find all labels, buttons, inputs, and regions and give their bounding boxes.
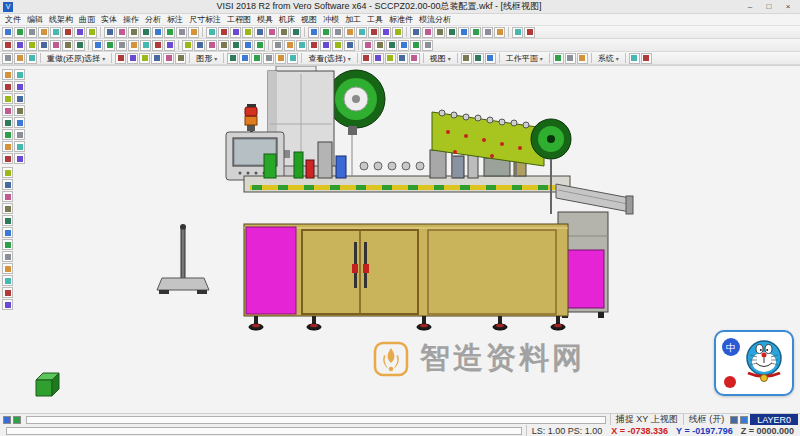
- toolbar-icon[interactable]: [104, 40, 115, 51]
- menu-item-9[interactable]: 工程图: [224, 14, 254, 26]
- menu-item-8[interactable]: 尺寸标注: [186, 14, 224, 26]
- toolbar-icon[interactable]: [14, 27, 25, 38]
- scale-indicator[interactable]: LS: 1.00 PS: 1.00: [526, 425, 608, 436]
- sidebar-icon[interactable]: [2, 179, 13, 190]
- toolbar-icon[interactable]: [62, 27, 73, 38]
- toolbar-icon[interactable]: [92, 40, 103, 51]
- toolbar-icon[interactable]: [152, 40, 163, 51]
- toolbar-icon[interactable]: [242, 27, 253, 38]
- toolbar-icon[interactable]: [482, 27, 493, 38]
- toolbar-icon[interactable]: [485, 53, 496, 64]
- display-mode-indicator[interactable]: 线框 (开): [683, 414, 730, 425]
- toolbar-icon[interactable]: [392, 27, 403, 38]
- sidebar-icon[interactable]: [2, 117, 13, 128]
- toolbar-icon[interactable]: [251, 53, 262, 64]
- toolbar-icon[interactable]: [175, 53, 186, 64]
- toolbar-icon[interactable]: [151, 53, 162, 64]
- sidebar-icon[interactable]: [2, 239, 13, 250]
- toolbar-icon[interactable]: [115, 53, 126, 64]
- toolbar-icon[interactable]: [116, 27, 127, 38]
- toolbar-icon[interactable]: [230, 27, 241, 38]
- toolbar-icon[interactable]: [410, 40, 421, 51]
- toolbar-icon[interactable]: [14, 53, 25, 64]
- toolbar-icon[interactable]: [512, 27, 523, 38]
- toolbar-icon[interactable]: [2, 40, 13, 51]
- toolbar-icon[interactable]: [128, 40, 139, 51]
- toolbar-icon[interactable]: [182, 40, 193, 51]
- toolbar-icon[interactable]: [38, 40, 49, 51]
- toolbar-icon[interactable]: [218, 40, 229, 51]
- close-button[interactable]: ×: [779, 1, 797, 13]
- menu-item-16[interactable]: 标准件: [386, 14, 416, 26]
- menu-item-14[interactable]: 加工: [342, 14, 364, 26]
- status-icon[interactable]: [740, 416, 748, 424]
- toolbar-icon[interactable]: [74, 40, 85, 51]
- toolbar-icon[interactable]: [410, 27, 421, 38]
- toolbar-icon[interactable]: [470, 27, 481, 38]
- toolbar-group[interactable]: 系统▾: [595, 52, 622, 64]
- toolbar-icon[interactable]: [254, 40, 265, 51]
- sidebar-icon[interactable]: [2, 141, 13, 152]
- toolbar-icon[interactable]: [194, 40, 205, 51]
- menu-item-6[interactable]: 分析: [142, 14, 164, 26]
- layer-indicator[interactable]: LAYER0: [750, 414, 798, 425]
- sidebar-icon[interactable]: [14, 81, 25, 92]
- status-icon[interactable]: [3, 416, 11, 424]
- menu-item-2[interactable]: 线架构: [46, 14, 76, 26]
- toolbar-icon[interactable]: [152, 27, 163, 38]
- toolbar-icon[interactable]: [380, 27, 391, 38]
- toolbar-icon[interactable]: [227, 53, 238, 64]
- toolbar-icon[interactable]: [397, 53, 408, 64]
- sidebar-icon[interactable]: [2, 251, 13, 262]
- menu-item-7[interactable]: 标注: [164, 14, 186, 26]
- toolbar-icon[interactable]: [368, 27, 379, 38]
- toolbar-icon[interactable]: [577, 53, 588, 64]
- status-icon[interactable]: [13, 416, 21, 424]
- sidebar-icon[interactable]: [14, 117, 25, 128]
- sidebar-icon[interactable]: [14, 69, 25, 80]
- menu-item-5[interactable]: 操作: [120, 14, 142, 26]
- sidebar-icon[interactable]: [2, 69, 13, 80]
- toolbar-icon[interactable]: [641, 53, 652, 64]
- toolbar-icon[interactable]: [434, 27, 445, 38]
- toolbar-icon[interactable]: [116, 40, 127, 51]
- sidebar-icon[interactable]: [14, 129, 25, 140]
- menu-item-17[interactable]: 模流分析: [416, 14, 454, 26]
- menu-item-0[interactable]: 文件: [2, 14, 24, 26]
- toolbar-group[interactable]: 工作平面▾: [503, 52, 546, 64]
- menu-item-12[interactable]: 视图: [298, 14, 320, 26]
- toolbar-icon[interactable]: [206, 27, 217, 38]
- toolbar-icon[interactable]: [26, 40, 37, 51]
- toolbar-icon[interactable]: [308, 27, 319, 38]
- title-bar[interactable]: V VISI 2018 R2 from Vero Software x64 - …: [0, 0, 800, 14]
- menu-item-1[interactable]: 编辑: [24, 14, 46, 26]
- toolbar-icon[interactable]: [50, 27, 61, 38]
- viewport[interactable]: 智造资料网 中: [0, 65, 800, 413]
- sidebar-icon[interactable]: [2, 215, 13, 226]
- toolbar-icon[interactable]: [422, 40, 433, 51]
- sidebar-icon[interactable]: [14, 141, 25, 152]
- toolbar-icon[interactable]: [278, 27, 289, 38]
- toolbar-icon[interactable]: [565, 53, 576, 64]
- toolbar-icon[interactable]: [308, 40, 319, 51]
- toolbar-icon[interactable]: [461, 53, 472, 64]
- toolbar-icon[interactable]: [320, 27, 331, 38]
- toolbar-icon[interactable]: [422, 27, 433, 38]
- sidebar-icon[interactable]: [14, 105, 25, 116]
- toolbar-icon[interactable]: [398, 40, 409, 51]
- toolbar-icon[interactable]: [50, 40, 61, 51]
- toolbar-icon[interactable]: [239, 53, 250, 64]
- toolbar-icon[interactable]: [38, 27, 49, 38]
- sidebar-icon[interactable]: [2, 227, 13, 238]
- toolbar-icon[interactable]: [104, 27, 115, 38]
- sidebar-icon[interactable]: [2, 275, 13, 286]
- sidebar-icon[interactable]: [2, 81, 13, 92]
- toolbar-icon[interactable]: [296, 40, 307, 51]
- toolbar-icon[interactable]: [494, 27, 505, 38]
- toolbar-icon[interactable]: [74, 27, 85, 38]
- toolbar-icon[interactable]: [344, 27, 355, 38]
- menu-item-15[interactable]: 工具: [364, 14, 386, 26]
- toolbar-icon[interactable]: [344, 40, 355, 51]
- toolbar-icon[interactable]: [140, 40, 151, 51]
- toolbar-icon[interactable]: [553, 53, 564, 64]
